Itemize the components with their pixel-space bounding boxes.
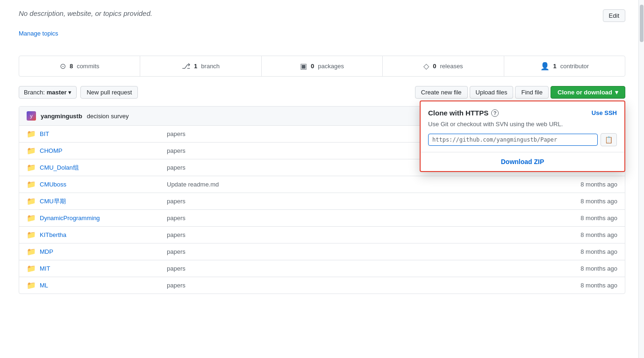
file-time-col: 8 months ago xyxy=(557,248,617,255)
packages-label: packages xyxy=(318,63,344,70)
clone-url-input[interactable] xyxy=(428,134,598,146)
toolbar-left: Branch: master ▾ New pull request xyxy=(19,86,138,99)
table-row: 📁 DynamicProgramming papers 8 months ago xyxy=(19,210,625,227)
packages-stat[interactable]: ▣ 0 packages xyxy=(262,56,383,76)
contributors-icon: 👤 xyxy=(540,62,550,71)
releases-icon: ◇ xyxy=(423,62,429,71)
file-message-col: papers xyxy=(167,215,557,222)
copy-url-button[interactable]: 📋 xyxy=(601,133,617,146)
folder-icon: 📁 xyxy=(27,264,36,273)
clone-chevron-icon: ▾ xyxy=(615,89,618,96)
file-time-col: 8 months ago xyxy=(557,282,617,289)
file-name-col: 📁 CMUboss xyxy=(27,180,167,189)
file-time-col: 8 months ago xyxy=(557,231,617,238)
file-link[interactable]: BIT xyxy=(40,130,49,137)
file-link[interactable]: ML xyxy=(40,282,48,289)
find-file-button[interactable]: Find file xyxy=(515,86,549,99)
file-link[interactable]: CMU早期 xyxy=(40,197,66,206)
folder-icon: 📁 xyxy=(27,129,36,138)
commits-stat[interactable]: ⊙ 8 commits xyxy=(19,56,140,76)
new-pull-request-button[interactable]: New pull request xyxy=(80,86,138,99)
toolbar: Branch: master ▾ New pull request Create… xyxy=(19,86,625,99)
file-time-col: 8 months ago xyxy=(557,181,617,188)
file-link[interactable]: MDP xyxy=(40,248,53,255)
file-name-col: 📁 BIT xyxy=(27,129,167,138)
commits-label: commits xyxy=(77,63,99,70)
branches-icon: ⎇ xyxy=(182,62,190,71)
chevron-down-icon: ▾ xyxy=(68,89,72,96)
file-message-col: Update readme.md xyxy=(167,181,557,188)
upload-files-button[interactable]: Upload files xyxy=(470,86,514,99)
clone-url-row: 📋 xyxy=(421,133,624,152)
file-link[interactable]: CMUboss xyxy=(40,181,66,188)
file-name-col: 📁 ML xyxy=(27,281,167,290)
file-message-col: papers xyxy=(167,248,557,255)
file-name-col: 📁 MDP xyxy=(27,247,167,256)
file-link[interactable]: KITbertha xyxy=(40,231,66,238)
releases-stat[interactable]: ◇ 0 releases xyxy=(383,56,504,76)
manage-topics-link[interactable]: Manage topics xyxy=(19,30,58,37)
contributors-count: 1 xyxy=(553,63,557,70)
scrollbar-thumb xyxy=(640,5,644,42)
branch-prefix: Branch: xyxy=(24,89,45,96)
table-row: 📁 CMU早期 papers 8 months ago xyxy=(19,193,625,210)
file-name-col: 📁 MIT xyxy=(27,264,167,273)
branches-count: 1 xyxy=(194,63,197,70)
file-name-col: 📁 CHOMP xyxy=(27,146,167,155)
table-row: 📁 MIT papers 8 months ago xyxy=(19,260,625,277)
create-new-file-button[interactable]: Create new file xyxy=(415,86,468,99)
clone-panel: Clone with HTTPS ? Use SSH Use Git or ch… xyxy=(420,100,625,172)
commits-count: 8 xyxy=(70,63,73,70)
table-row: 📁 ML papers 8 months ago xyxy=(19,277,625,294)
file-name-col: 📁 CMU_Dolan组 xyxy=(27,163,167,172)
folder-icon: 📁 xyxy=(27,281,36,290)
releases-count: 0 xyxy=(433,63,436,70)
clone-help-icon[interactable]: ? xyxy=(491,109,499,117)
download-zip-link[interactable]: Download ZIP xyxy=(501,158,544,165)
file-link[interactable]: CMU_Dolan组 xyxy=(40,164,79,172)
stats-bar: ⊙ 8 commits ⎇ 1 branch ▣ 0 packages ◇ 0 … xyxy=(19,56,625,77)
file-time-col: 8 months ago xyxy=(557,215,617,222)
file-time-col: 8 months ago xyxy=(557,265,617,272)
folder-icon: 📁 xyxy=(27,230,36,239)
folder-icon: 📁 xyxy=(27,214,36,222)
clone-or-download-label: Clone or download xyxy=(558,89,612,96)
table-row: 📁 MDP papers 8 months ago xyxy=(19,243,625,260)
commit-message: decision survey xyxy=(87,113,129,120)
clone-or-download-button[interactable]: Clone or download ▾ xyxy=(551,86,625,99)
packages-count: 0 xyxy=(311,63,314,70)
file-message-col: papers xyxy=(167,198,557,205)
scrollbar[interactable] xyxy=(638,0,644,303)
file-message-col: papers xyxy=(167,282,557,289)
branches-label: branch xyxy=(201,63,220,70)
branches-stat[interactable]: ⎇ 1 branch xyxy=(140,56,261,76)
table-row: 📁 CMUboss Update readme.md 8 months ago xyxy=(19,176,625,193)
folder-icon: 📁 xyxy=(27,163,36,172)
folder-icon: 📁 xyxy=(27,146,36,155)
file-message-col: papers xyxy=(167,231,557,238)
file-link[interactable]: DynamicProgramming xyxy=(40,215,100,222)
file-name-col: 📁 CMU早期 xyxy=(27,197,167,206)
toolbar-right: Create new file Upload files Find file C… xyxy=(415,86,625,99)
contributors-stat[interactable]: 👤 1 contributor xyxy=(504,56,625,76)
use-ssh-link[interactable]: Use SSH xyxy=(592,109,617,116)
file-link[interactable]: MIT xyxy=(40,265,50,272)
clone-panel-footer: Download ZIP xyxy=(421,152,624,171)
clone-panel-header: Clone with HTTPS ? Use SSH xyxy=(421,101,624,121)
folder-icon: 📁 xyxy=(27,180,36,189)
branch-selector[interactable]: Branch: master ▾ xyxy=(19,86,77,99)
edit-button[interactable]: Edit xyxy=(603,9,625,22)
clone-panel-title: Clone with HTTPS ? xyxy=(428,109,499,117)
clone-title-text: Clone with HTTPS xyxy=(428,109,488,117)
branch-name: master xyxy=(47,89,67,96)
contributors-label: contributor xyxy=(560,63,589,70)
file-name-col: 📁 KITbertha xyxy=(27,230,167,239)
file-message-col: papers xyxy=(167,265,557,272)
releases-label: releases xyxy=(440,63,463,70)
avatar: y xyxy=(27,111,36,121)
file-time-col: 8 months ago xyxy=(557,198,617,205)
commit-author[interactable]: yangmingustb xyxy=(41,113,82,120)
packages-icon: ▣ xyxy=(300,62,307,71)
file-link[interactable]: CHOMP xyxy=(40,147,62,154)
clone-panel-description: Use Git or checkout with SVN using the w… xyxy=(421,121,624,133)
